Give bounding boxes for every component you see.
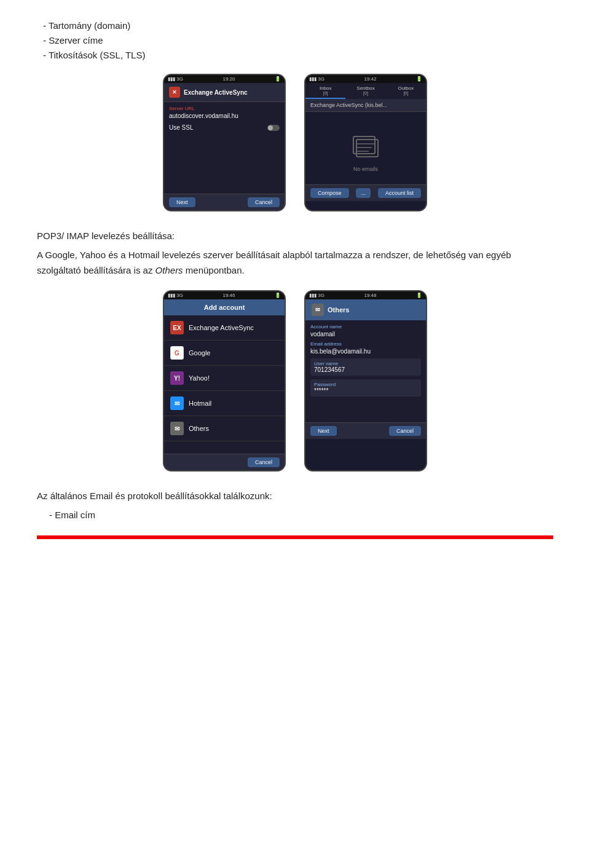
password-field[interactable]: Password ****** xyxy=(310,379,421,397)
others-account-icon: ✉ xyxy=(170,422,184,435)
bullet-email-cim: Email cím xyxy=(49,508,553,523)
pop3-heading: POP3/ IMAP levelezés beállítása: xyxy=(37,229,553,244)
pop3-body: A Google, Yahoo és a Hotmail levelezés s… xyxy=(37,248,553,278)
username-label: User name xyxy=(314,361,417,366)
phone4-footer: Next Cancel xyxy=(305,422,426,439)
top-bullets: Tartomány (domain) Szerver címe Titkosít… xyxy=(37,18,553,63)
account-list-button[interactable]: Account list xyxy=(378,188,421,198)
signal-icon-2: ▮▮▮ 3G xyxy=(309,76,324,82)
time-2: 19:42 xyxy=(364,76,376,82)
bullet-titkositas: Titkosítások (SSL, TLS) xyxy=(43,48,553,63)
phone1-header: ✕ Exchange ActiveSync xyxy=(164,83,285,102)
phone1-body: Server URL autodiscover.vodamail.hu Use … xyxy=(164,102,285,138)
more-button[interactable]: ... xyxy=(356,188,371,198)
no-emails-text: No emails xyxy=(353,166,378,172)
hotmail-account-icon: ✉ xyxy=(170,397,184,410)
phone2-footer: Compose ... Account list xyxy=(305,184,426,201)
battery-icon: 🔋 xyxy=(275,76,281,82)
exchange-account-label: Exchange ActiveSync xyxy=(189,324,254,331)
middle-paragraph: POP3/ IMAP levelezés beállítása: A Googl… xyxy=(37,229,553,278)
username-value: 701234567 xyxy=(314,366,417,373)
tab-outbox[interactable]: Outbox [0] xyxy=(386,83,426,99)
password-label: Password xyxy=(314,382,417,387)
exchange-bar: Exchange ActiveSync (kis.bel... xyxy=(305,99,426,112)
google-account-icon: G xyxy=(170,346,184,360)
cancel-button-4[interactable]: Cancel xyxy=(389,426,421,436)
next-button-4[interactable]: Next xyxy=(310,426,337,436)
bottom-paragraph: Az általános Email és protokoll beállítá… xyxy=(37,489,553,523)
bullet-szerver: Szerver címe xyxy=(43,33,553,48)
add-account-header: Add account xyxy=(164,299,285,315)
screenshots-row-2: ▮▮▮ 3G 19:46 🔋 Add account EX Exchange A… xyxy=(37,290,553,471)
account-list: EX Exchange ActiveSync G Google Y! Yahoo… xyxy=(164,315,285,441)
phone-others-setup: ▮▮▮ 3G 19:48 🔋 ✉ Others Account name vod… xyxy=(304,290,427,471)
account-item-exchange[interactable]: EX Exchange ActiveSync xyxy=(164,315,285,341)
compose-button[interactable]: Compose xyxy=(310,188,349,198)
password-value: ****** xyxy=(314,387,417,394)
screenshots-row-1: ▮▮▮ 3G 19:20 🔋 ✕ Exchange ActiveSync Ser… xyxy=(37,74,553,211)
account-item-yahoo[interactable]: Y! Yahoo! xyxy=(164,366,285,391)
signal-icon-3: ▮▮▮ 3G xyxy=(168,293,183,298)
time-4: 19:48 xyxy=(364,293,376,298)
account-name-label: Account name xyxy=(310,324,421,329)
others-header-icon: ✉ xyxy=(312,304,324,316)
cancel-button-1[interactable]: Cancel xyxy=(248,197,280,207)
status-bar-2: ▮▮▮ 3G 19:42 🔋 xyxy=(305,75,426,83)
username-field[interactable]: User name 701234567 xyxy=(310,358,421,376)
bottom-bullet-list: Email cím xyxy=(49,508,553,523)
tab-inbox[interactable]: Inbox [0] xyxy=(305,83,345,99)
others-title: Others xyxy=(328,306,349,314)
phone-inbox: ▮▮▮ 3G 19:42 🔋 Inbox [0] Sentbox [0] Out… xyxy=(304,74,427,211)
ssl-toggle-row: Use SSL xyxy=(169,124,280,131)
others-italic: Others xyxy=(155,265,183,275)
battery-icon-2: 🔋 xyxy=(416,76,422,82)
google-account-label: Google xyxy=(189,349,210,357)
account-item-google[interactable]: G Google xyxy=(164,341,285,366)
inbox-tabs: Inbox [0] Sentbox [0] Outbox [0] xyxy=(305,83,426,99)
phone1-footer: Next Cancel xyxy=(164,194,285,210)
time-1: 19:20 xyxy=(222,76,235,82)
battery-icon-3: 🔋 xyxy=(275,293,281,298)
battery-icon-4: 🔋 xyxy=(416,293,422,298)
ssl-label: Use SSL xyxy=(169,124,193,131)
yahoo-account-icon: Y! xyxy=(170,371,184,385)
bullet-tartomany: Tartomány (domain) xyxy=(43,18,553,33)
signal-icon-4: ▮▮▮ 3G xyxy=(309,293,324,298)
ssl-toggle[interactable] xyxy=(267,125,280,131)
account-name-value: vodamail xyxy=(310,331,421,337)
server-url-value: autodiscover.vodamail.hu xyxy=(169,112,280,119)
status-bar-1: ▮▮▮ 3G 19:20 🔋 xyxy=(164,75,285,83)
bottom-heading: Az általános Email és protokoll beállítá… xyxy=(37,489,553,504)
others-body: Account name vodamail Email address kis.… xyxy=(305,320,426,404)
server-url-label: Server URL xyxy=(169,106,280,111)
others-account-label: Others xyxy=(189,425,209,432)
red-bar xyxy=(37,535,553,539)
exchange-account-icon: EX xyxy=(170,321,184,334)
time-3: 19:46 xyxy=(222,293,235,298)
no-email-icon xyxy=(350,130,381,161)
cancel-button-3[interactable]: Cancel xyxy=(248,457,280,467)
yahoo-account-label: Yahoo! xyxy=(189,374,210,382)
account-item-hotmail[interactable]: ✉ Hotmail xyxy=(164,391,285,416)
phone1-spacer xyxy=(164,138,285,194)
others-header: ✉ Others xyxy=(305,299,426,320)
account-item-others[interactable]: ✉ Others xyxy=(164,416,285,441)
phone3-spacer xyxy=(164,441,285,454)
phone3-footer: Cancel xyxy=(164,454,285,470)
phone-add-account: ▮▮▮ 3G 19:46 🔋 Add account EX Exchange A… xyxy=(163,290,286,471)
phone4-spacer xyxy=(305,404,426,422)
email-address-label: Email address xyxy=(310,341,421,347)
no-emails-area: No emails xyxy=(305,112,426,184)
hotmail-account-label: Hotmail xyxy=(189,400,211,407)
top-bullet-list: Tartomány (domain) Szerver címe Titkosít… xyxy=(43,18,553,63)
status-bar-4: ▮▮▮ 3G 19:48 🔋 xyxy=(305,291,426,299)
phone1-title: Exchange ActiveSync xyxy=(184,89,248,96)
status-bar-3: ▮▮▮ 3G 19:46 🔋 xyxy=(164,291,285,299)
tab-sentbox[interactable]: Sentbox [0] xyxy=(345,83,385,99)
next-button-1[interactable]: Next xyxy=(169,197,195,207)
phone-exchange-setup: ▮▮▮ 3G 19:20 🔋 ✕ Exchange ActiveSync Ser… xyxy=(163,74,286,211)
exchange-icon: ✕ xyxy=(169,87,180,98)
signal-icon: ▮▮▮ 3G xyxy=(168,76,183,82)
email-address-value: kis.bela@vodamail.hu xyxy=(310,348,421,355)
